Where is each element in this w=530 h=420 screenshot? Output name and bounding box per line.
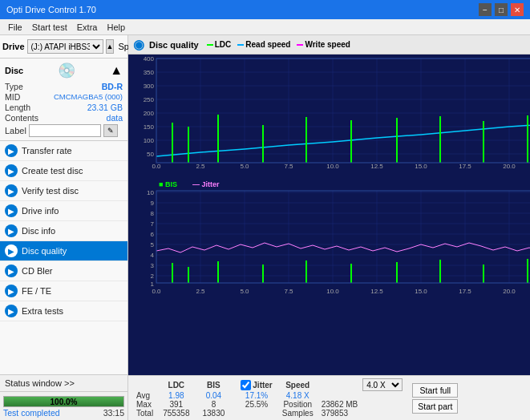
sidebar-progress-bar: 100.0% [3, 396, 124, 407]
svg-text:15.0: 15.0 [415, 288, 427, 295]
titlebar: Opti Drive Control 1.70 − □ ✕ [0, 0, 530, 19]
label-input[interactable] [29, 124, 101, 137]
nav-fe-te-label: FE / TE [22, 286, 51, 296]
svg-text:150: 150 [144, 123, 155, 131]
svg-text:400: 400 [144, 55, 155, 63]
disc-quality-icon: ▶ [5, 244, 18, 257]
jitter-col-header: Jitter [253, 381, 272, 390]
nav-create-test-disc-label: Create test disc [22, 166, 83, 176]
menu-extra[interactable]: Extra [72, 22, 103, 33]
nav-disc-quality[interactable]: ▶ Disc quality [0, 241, 127, 261]
total-samples: 379853 [320, 409, 360, 418]
svg-text:4: 4 [151, 252, 155, 259]
verify-test-disc-icon: ▶ [5, 184, 18, 197]
avg-label: Avg [133, 391, 156, 400]
nav-create-test-disc[interactable]: ▶ Create test disc [0, 161, 127, 181]
create-test-disc-icon: ▶ [5, 164, 18, 177]
disc-title: Disc [5, 66, 23, 75]
nav-extra-tests[interactable]: ▶ Extra tests [0, 301, 127, 321]
jitter-checkbox[interactable] [241, 380, 251, 390]
ldc-col-header: LDC [156, 378, 196, 391]
read-color [237, 44, 244, 46]
drive-info-icon: ▶ [5, 204, 18, 217]
menu-starttest[interactable]: Start test [27, 22, 72, 33]
nav-drive-info[interactable]: ▶ Drive info [0, 201, 127, 221]
length-label: Length [5, 103, 30, 112]
bis-col-header: BIS [196, 378, 232, 391]
svg-text:1: 1 [151, 281, 155, 288]
nav-disc-info-label: Disc info [22, 226, 55, 236]
svg-text:50: 50 [147, 151, 154, 158]
legend-write: Write speed [297, 40, 350, 49]
mid-label: MID [5, 92, 20, 102]
max-position: 23862 MB [320, 400, 360, 409]
nav-transfer-rate[interactable]: ▶ Transfer rate [0, 141, 127, 161]
chart-title: Disc quality [149, 40, 199, 50]
speed-col-header: Speed [276, 378, 320, 391]
contents-label: Contents [5, 113, 38, 123]
window-controls: − □ ✕ [479, 3, 524, 16]
eject-button[interactable]: ▲ [106, 39, 115, 54]
type-value: BD-R [102, 82, 123, 91]
chart-header: ◉ Disc quality LDC Read speed Write spee… [128, 35, 530, 55]
nav-disc-info[interactable]: ▶ Disc info [0, 221, 127, 241]
drive-select[interactable]: (J:) ATAPI iHBS312 2 PL17 [27, 39, 103, 54]
svg-text:■ BIS: ■ BIS [159, 180, 177, 188]
cd-bler-icon: ▶ [5, 265, 18, 277]
maximize-button[interactable]: □ [495, 3, 508, 16]
nav-transfer-rate-label: Transfer rate [22, 146, 72, 155]
svg-text:2.5: 2.5 [196, 288, 205, 295]
nav-verify-test-disc[interactable]: ▶ Verify test disc [0, 181, 127, 201]
samples-label-text: Samples [282, 409, 314, 418]
start-full-button[interactable]: Start full [412, 383, 458, 398]
svg-text:6: 6 [151, 231, 155, 238]
svg-text:2: 2 [151, 273, 155, 280]
ldc-color [207, 44, 213, 46]
svg-text:17.5: 17.5 [459, 163, 471, 170]
minimize-button[interactable]: − [479, 3, 492, 16]
avg-speed: 4.18 X [276, 391, 320, 400]
drive-section: Drive (J:) ATAPI iHBS312 2 PL17 ▲ Speed … [0, 35, 127, 59]
speed-select-stats[interactable]: 4.0 X [362, 378, 403, 391]
type-label: Type [5, 82, 23, 91]
max-bis: 8 [196, 400, 232, 409]
content-area: ◉ Disc quality LDC Read speed Write spee… [128, 35, 530, 420]
total-bis: 13830 [196, 409, 232, 418]
time-text: 33:15 [103, 408, 124, 418]
legend-ldc: LDC [207, 40, 232, 49]
svg-text:0.0: 0.0 [152, 163, 161, 170]
total-ldc: 755358 [156, 409, 196, 418]
legend-ldc-label: LDC [215, 40, 232, 49]
svg-text:350: 350 [144, 69, 155, 76]
svg-text:17.5: 17.5 [459, 288, 471, 295]
nav-cd-bler-label: CD Bler [22, 266, 53, 276]
samples-label: Samples [276, 409, 320, 418]
menu-help[interactable]: Help [102, 22, 130, 33]
position-label: Position [276, 400, 320, 409]
svg-text:7.5: 7.5 [284, 163, 293, 170]
avg-jitter: 17.1% [237, 391, 275, 400]
chart-legend: LDC Read speed Write speed [207, 40, 350, 49]
svg-text:— Jitter: — Jitter [192, 180, 220, 188]
svg-text:8: 8 [151, 210, 155, 217]
label-edit-button[interactable]: ✎ [103, 124, 118, 137]
start-part-button[interactable]: Start part [412, 399, 458, 414]
close-button[interactable]: ✕ [511, 3, 524, 16]
svg-text:5.0: 5.0 [240, 288, 249, 295]
legend-read: Read speed [237, 40, 290, 49]
svg-text:100: 100 [144, 137, 155, 144]
sidebar-progress-text: 100.0% [51, 398, 78, 406]
nav-fe-te[interactable]: ▶ FE / TE [0, 281, 127, 301]
nav-items: ▶ Transfer rate ▶ Create test disc ▶ Ver… [0, 141, 127, 321]
svg-rect-0 [128, 55, 530, 375]
max-jitter: 25.5% [237, 400, 275, 409]
nav-cd-bler[interactable]: ▶ CD Bler [0, 261, 127, 281]
stats-table: LDC BIS Jitter Speed [133, 378, 406, 418]
status-window-label: Status window >> [5, 378, 75, 388]
max-ldc: 391 [156, 400, 196, 409]
sidebar-progress-area: 100.0% Test completed 33:15 [0, 391, 127, 420]
action-buttons: Start full Start part [412, 383, 458, 414]
nav-drive-info-label: Drive info [22, 206, 59, 216]
menu-file[interactable]: File [3, 22, 27, 33]
status-window-button[interactable]: Status window >> [0, 374, 127, 391]
